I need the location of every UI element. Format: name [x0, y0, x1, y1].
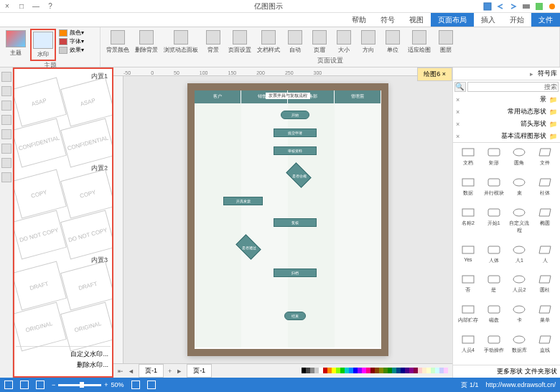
shape-否[interactable]: 否: [456, 273, 480, 302]
shape-柱体[interactable]: 柱体: [533, 176, 557, 205]
shape-并行模块[interactable]: 并行模块: [482, 176, 506, 205]
watermark-option[interactable]: ASAP: [13, 78, 66, 127]
tab-view[interactable]: 视图: [402, 13, 431, 27]
panel-collapse-icon[interactable]: ▸: [530, 70, 533, 78]
search-button[interactable]: 🔍: [454, 82, 466, 92]
shape-名称2[interactable]: 名称2: [456, 206, 480, 242]
ribbon-bg-item-2[interactable]: 浏览动态面板: [162, 29, 200, 55]
print-icon[interactable]: [521, 1, 531, 11]
more-shapes[interactable]: 更多形状: [497, 367, 523, 376]
add-page[interactable]: +: [168, 368, 172, 375]
shape-开始1[interactable]: 开始1: [482, 206, 506, 242]
doc-tab-close[interactable]: ×: [442, 70, 446, 78]
rail-text-icon[interactable]: [1, 86, 11, 96]
shape-数据[interactable]: 数据: [456, 176, 480, 205]
shape-人[interactable]: 人: [533, 243, 557, 272]
shape-文件[interactable]: 文件: [533, 146, 557, 174]
shape-直线[interactable]: 直线: [533, 333, 557, 362]
color-option[interactable]: 颜色▾: [59, 29, 84, 37]
help-button[interactable]: ?: [46, 2, 55, 11]
page-nav-first[interactable]: ⇤: [118, 368, 123, 375]
zoom-plus[interactable]: +: [104, 381, 108, 388]
watermark-option[interactable]: CONFIDENTIAL: [60, 118, 113, 168]
close-button[interactable]: ×: [3, 2, 11, 11]
status-icon-2[interactable]: [20, 381, 29, 389]
color-swatch[interactable]: [444, 368, 448, 373]
status-icon-1[interactable]: [4, 381, 13, 389]
shape-Yes[interactable]: Yes: [456, 243, 480, 272]
shape-圆角[interactable]: 圆角: [508, 146, 532, 174]
rail-link-icon[interactable]: [1, 172, 11, 182]
shape-人员4[interactable]: 人员4: [456, 333, 480, 362]
shape-磁盘[interactable]: 磁盘: [482, 303, 506, 332]
view-mode-2[interactable]: [147, 381, 156, 389]
flow-node[interactable]: 开具发票: [223, 197, 263, 205]
font-option[interactable]: 字体▾: [59, 37, 84, 45]
save-icon[interactable]: [482, 1, 493, 11]
ribbon-bg-item-0[interactable]: 背景颜色: [105, 29, 131, 55]
shape-手动操作[interactable]: 手动操作: [482, 333, 506, 362]
options-icon[interactable]: [547, 1, 557, 11]
stencil-item[interactable]: ×基本流程图形状📁: [453, 130, 560, 142]
swimlane-header[interactable]: 客户: [195, 90, 241, 103]
watermark-option[interactable]: DO NOT COPY: [60, 210, 113, 260]
shape-人1[interactable]: 人1: [508, 243, 532, 272]
watermark-option[interactable]: ORIGINAL: [60, 302, 113, 352]
flow-node-start[interactable]: 开始: [281, 111, 309, 119]
status-icon-3[interactable]: [36, 381, 45, 389]
ribbon-bg-item-3[interactable]: 背景: [202, 29, 224, 55]
effect-option[interactable]: 效果▾: [59, 46, 84, 54]
undo-icon[interactable]: [495, 1, 505, 11]
ribbon-bg-item-6[interactable]: 自动: [284, 29, 306, 55]
search-input[interactable]: [467, 82, 559, 92]
stencil-close-icon[interactable]: ×: [456, 121, 459, 128]
shape-圆柱[interactable]: 圆柱: [533, 273, 557, 302]
tab-insert[interactable]: 插入: [474, 13, 503, 27]
ribbon-bg-item-12[interactable]: 图层: [435, 29, 457, 55]
watermark-option[interactable]: DRAFT: [13, 261, 66, 311]
rail-pointer-icon[interactable]: [1, 72, 11, 82]
tab-help[interactable]: 帮助: [345, 13, 373, 27]
shape-数据库[interactable]: 数据库: [508, 333, 532, 362]
stencil-item[interactable]: ×箭头形状📁: [453, 118, 560, 130]
export-icon[interactable]: [534, 1, 544, 11]
stencil-close-icon[interactable]: ×: [456, 96, 459, 103]
ribbon-bg-item-7[interactable]: 页眉: [309, 29, 330, 55]
shape-人员2[interactable]: 人员2: [508, 273, 532, 302]
shape-菜单[interactable]: 菜单: [533, 303, 557, 332]
rail-connector-icon[interactable]: [1, 101, 11, 111]
page-tab-1[interactable]: 页-1: [139, 364, 164, 378]
document-tab[interactable]: 绘图6 ×: [417, 67, 452, 81]
page-nav-next[interactable]: ►: [176, 368, 182, 375]
watermark-button[interactable]: 水印: [30, 29, 56, 61]
stencil-item[interactable]: ×景📁: [453, 93, 560, 106]
redo-icon[interactable]: [508, 1, 518, 11]
remove-watermark[interactable]: 删除水印...: [18, 360, 108, 370]
flow-node-end[interactable]: 结束: [284, 312, 306, 320]
flow-decision[interactable]: 是否合规: [286, 162, 311, 187]
stencil-item[interactable]: ×常用动态形状📁: [453, 106, 560, 118]
shape-内部贮存[interactable]: 内部贮存: [456, 303, 480, 332]
ribbon-bg-item-4[interactable]: 页面设置: [227, 29, 253, 55]
ribbon-bg-item-8[interactable]: 大小: [333, 29, 355, 55]
shape-椭圆[interactable]: 椭圆: [533, 206, 557, 242]
shape-束[interactable]: 束: [508, 176, 532, 205]
shape-矩形[interactable]: 矩形: [482, 146, 506, 174]
shape-卡[interactable]: 卡: [508, 303, 532, 332]
minimize-button[interactable]: —: [32, 2, 40, 11]
stencil-close-icon[interactable]: ×: [456, 133, 459, 140]
swimlane-header[interactable]: 管理层: [335, 90, 381, 103]
rail-shape-icon[interactable]: [1, 115, 11, 125]
ribbon-bg-item-10[interactable]: 单位: [382, 29, 403, 55]
ribbon-bg-item-9[interactable]: 方向: [358, 29, 379, 55]
watermark-option[interactable]: COPY: [13, 169, 66, 219]
folder-shapes[interactable]: 文件夹形状: [525, 367, 557, 376]
zoom-slider[interactable]: [58, 384, 101, 386]
maximize-button[interactable]: □: [17, 2, 26, 11]
canvas[interactable]: 发票开具与复核流程 客户销售部财务部管理层 开始 提交申请 审核资料 是否合规 …: [123, 76, 452, 363]
zoom-minus[interactable]: −: [52, 381, 55, 388]
ribbon-bg-item-11[interactable]: 适应绘图: [406, 29, 432, 55]
ribbon-bg-item-1[interactable]: 删除背景: [134, 29, 159, 55]
tab-page-layout[interactable]: 页面布局: [431, 13, 474, 27]
rail-note-icon[interactable]: [1, 158, 11, 168]
